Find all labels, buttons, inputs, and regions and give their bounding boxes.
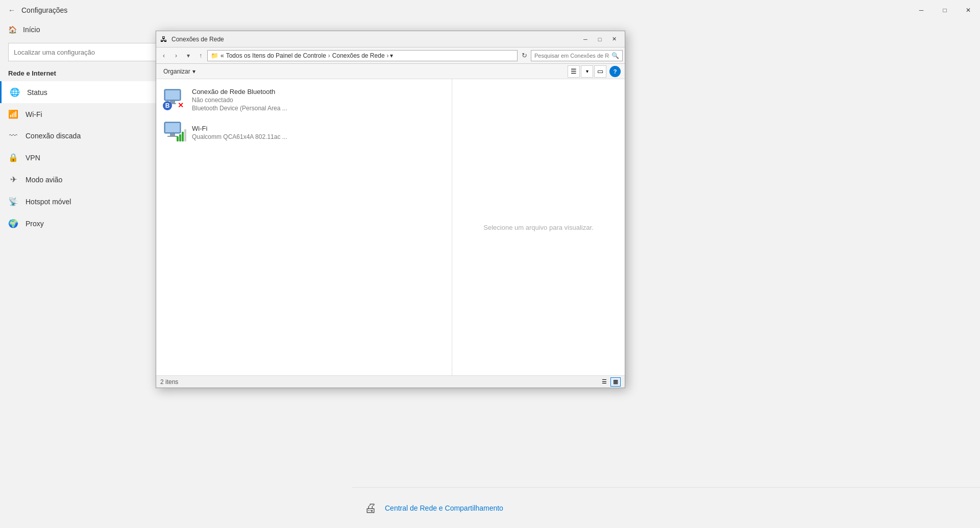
view-details-btn[interactable]: ☰ (568, 65, 580, 78)
svg-rect-13 (179, 134, 181, 141)
addr-forward-btn[interactable]: › (170, 50, 182, 61)
wifi-item-adapter: Qualcomm QCA61x4A 802.11ac ... (192, 133, 287, 140)
svg-rect-15 (184, 129, 186, 141)
section-title: Rede e Internet (0, 67, 176, 81)
organize-btn[interactable]: Organizar ▾ (160, 66, 199, 77)
window-controls: ─ □ ✕ (910, 0, 980, 20)
sidebar-item-home[interactable]: 🏠 Início (0, 20, 176, 39)
sidebar-item-status[interactable]: 🌐 Status (0, 81, 176, 103)
explorer-window-controls: ─ □ ✕ (579, 34, 621, 44)
sidebar-item-hotspot[interactable]: 📡 Hotspot móvel (0, 190, 176, 212)
addr-arrow1: › (328, 52, 330, 59)
back-button[interactable]: ← (8, 6, 15, 14)
svg-rect-14 (182, 132, 184, 141)
list-item[interactable]: ✕ B Conexão de Rede Bluetooth Não conect… (156, 83, 452, 116)
explorer-minimize-btn[interactable]: ─ (579, 34, 592, 44)
explorer-toolbar: Organizar ▾ ☰ ▾ ▭ ? (156, 64, 625, 79)
network-center-icon: 🖨 (364, 501, 377, 515)
airplane-label: Modo avião (26, 176, 62, 184)
search-icon: 🔍 (611, 52, 619, 59)
hotspot-icon: 📡 (8, 197, 18, 206)
view-preview-btn[interactable]: ▭ (594, 65, 606, 78)
hotspot-label: Hotspot móvel (26, 198, 71, 206)
dialup-icon: 〰 (8, 131, 18, 140)
minimize-button[interactable]: ─ (910, 0, 933, 20)
sidebar-item-wifi[interactable]: 📶 Wi-Fi (0, 103, 176, 125)
sidebar: 🏠 Início Rede e Internet 🌐 Status 📶 Wi-F… (0, 20, 176, 528)
network-center-link[interactable]: Central de Rede e Compartilhamento (385, 504, 503, 512)
proxy-icon: 🌍 (8, 219, 18, 228)
home-label: Início (23, 26, 40, 34)
addr-separator: « (220, 52, 224, 59)
bluetooth-computer-svg: ✕ B (162, 87, 187, 112)
status-view-icons: ☰ ▦ (599, 377, 621, 387)
bluetooth-item-status: Não conectado (192, 97, 287, 104)
explorer-search-input[interactable] (534, 53, 609, 59)
settings-window: ← Configurações ─ □ ✕ 🏠 Início Rede e In… (0, 0, 980, 528)
svg-rect-1 (165, 90, 180, 100)
bluetooth-item-info: Conexão de Rede Bluetooth Não conectado … (192, 88, 287, 112)
close-button[interactable]: ✕ (957, 0, 980, 20)
explorer-list: ✕ B Conexão de Rede Bluetooth Não conect… (156, 79, 452, 375)
refresh-btn[interactable]: ↻ (519, 50, 530, 61)
organize-label: Organizar (163, 68, 190, 75)
network-center-section: 🖨 Central de Rede e Compartilhamento (352, 487, 980, 528)
explorer-dialog: 🖧 Conexões de Rede ─ □ ✕ ‹ › ▾ ↑ 📁 « Tod… (156, 31, 625, 388)
wifi-item-icon (162, 120, 187, 145)
status-list-view-btn[interactable]: ☰ (599, 377, 609, 387)
svg-rect-12 (177, 136, 179, 141)
sidebar-item-vpn[interactable]: 🔒 VPN (0, 147, 176, 169)
dialup-label: Conexão discada (26, 132, 81, 140)
explorer-title-bar: 🖧 Conexões de Rede ─ □ ✕ (156, 31, 625, 47)
list-item[interactable]: Wi-Fi Qualcomm QCA61x4A 802.11ac ... (156, 116, 452, 149)
search-container (8, 43, 168, 61)
status-details-view-btn[interactable]: ▦ (610, 377, 621, 387)
search-box: 🔍 (531, 50, 623, 61)
bluetooth-item-icon: ✕ B (162, 87, 187, 112)
maximize-button[interactable]: □ (933, 0, 957, 20)
addr-recent-btn[interactable]: ▾ (183, 50, 194, 61)
help-btn[interactable]: ? (609, 66, 621, 77)
view-dropdown-btn[interactable]: ▾ (581, 65, 593, 78)
explorer-content: ✕ B Conexão de Rede Bluetooth Não conect… (156, 79, 625, 375)
addr-back-btn[interactable]: ‹ (158, 50, 169, 61)
svg-rect-9 (165, 123, 180, 132)
preview-text: Selecione um arquivo para visualizar. (483, 224, 593, 231)
addr-part2: Conexões de Rede (332, 52, 385, 59)
status-label: Status (27, 88, 47, 97)
sidebar-item-airplane[interactable]: ✈ Modo avião (0, 169, 176, 190)
svg-text:✕: ✕ (178, 101, 184, 109)
explorer-maximize-btn[interactable]: □ (593, 34, 606, 44)
explorer-close-btn[interactable]: ✕ (607, 34, 621, 44)
explorer-window-icon: 🖧 (160, 35, 168, 43)
airplane-icon: ✈ (8, 175, 18, 184)
explorer-status-bar: 2 itens ☰ ▦ (156, 375, 625, 388)
addr-dropdown[interactable]: ▾ (390, 52, 393, 59)
svg-text:B: B (165, 102, 170, 109)
wifi-item-info: Wi-Fi Qualcomm QCA61x4A 802.11ac ... (192, 125, 287, 140)
sidebar-item-dialup[interactable]: 〰 Conexão discada (0, 125, 176, 147)
addr-arrow2: › (387, 52, 389, 59)
svg-rect-10 (170, 133, 175, 136)
status-icon: 🌐 (10, 87, 20, 97)
settings-title: Configurações (21, 6, 67, 14)
title-bar: ← Configurações ─ □ ✕ (0, 0, 980, 20)
wifi-icon: 📶 (8, 109, 18, 119)
organize-arrow: ▾ (192, 68, 195, 75)
search-input[interactable] (8, 43, 168, 61)
view-controls: ☰ ▾ ▭ ? (568, 65, 621, 78)
addr-up-btn[interactable]: ↑ (195, 50, 206, 61)
wifi-label: Wi-Fi (26, 110, 42, 118)
address-path[interactable]: 📁 « Todos os Itens do Painel de Controle… (207, 50, 518, 61)
wifi-computer-svg (162, 120, 187, 145)
explorer-title: Conexões de Rede (172, 36, 579, 43)
bluetooth-item-name: Conexão de Rede Bluetooth (192, 88, 287, 95)
wifi-item-name: Wi-Fi (192, 125, 287, 132)
explorer-preview: Selecione um arquivo para visualizar. (452, 79, 625, 375)
bluetooth-item-adapter: Bluetooth Device (Personal Area ... (192, 105, 287, 112)
sidebar-item-proxy[interactable]: 🌍 Proxy (0, 212, 176, 234)
home-icon: 🏠 (8, 26, 17, 34)
vpn-label: VPN (26, 154, 40, 162)
folder-icon-addr: 📁 (211, 52, 218, 59)
explorer-address-bar: ‹ › ▾ ↑ 📁 « Todos os Itens do Painel de … (156, 47, 625, 64)
